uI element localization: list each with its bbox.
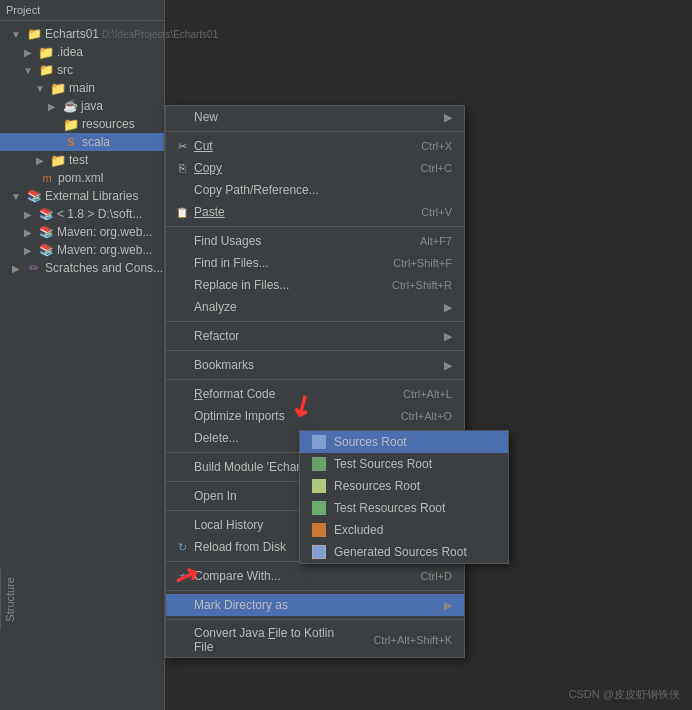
folder-icon: 📁 xyxy=(50,80,66,96)
shortcut: Ctrl+D xyxy=(421,570,452,582)
scala-icon: S xyxy=(63,134,79,150)
menu-separator xyxy=(166,321,464,322)
menu-label: Bookmarks xyxy=(194,358,254,372)
menu-label: Paste xyxy=(194,205,225,219)
tree-item-test[interactable]: ▶ 📁 test xyxy=(0,151,164,169)
project-icon: 📁 xyxy=(26,26,42,42)
menu-item-replace-files[interactable]: Replace in Files... Ctrl+Shift+R xyxy=(166,274,464,296)
menu-item-convert-kotlin[interactable]: Convert Java File to Kotlin File Ctrl+Al… xyxy=(166,623,464,657)
menu-label: New xyxy=(194,110,218,124)
menu-label: Reformat Code xyxy=(194,387,275,401)
tree-item-maven1[interactable]: ▶ 📚 Maven: org.web... xyxy=(0,223,164,241)
tree-label: scala xyxy=(82,135,110,149)
structure-tab[interactable]: Structure xyxy=(0,569,19,630)
collapse-arrow: ▶ xyxy=(20,206,36,222)
menu-label: Find Usages xyxy=(194,234,261,248)
menu-separator xyxy=(166,619,464,620)
spacer xyxy=(44,116,60,132)
menu-item-analyze[interactable]: Analyze ▶ xyxy=(166,296,464,318)
menu-item-reformat[interactable]: Reformat Code Ctrl+Alt+L xyxy=(166,383,464,405)
submenu-label: Excluded xyxy=(334,523,383,537)
tree-item-idea[interactable]: ▶ 📁 .idea xyxy=(0,43,164,61)
submenu-item-test-sources[interactable]: Test Sources Root xyxy=(300,453,508,475)
shortcut: Ctrl+X xyxy=(421,140,452,152)
menu-item-mark-directory[interactable]: Mark Directory as ▶ xyxy=(166,594,464,616)
shortcut: Ctrl+Shift+F xyxy=(393,257,452,269)
tree-item-resources[interactable]: 📁 resources xyxy=(0,115,164,133)
panel-title: Project xyxy=(6,4,40,16)
submenu-item-resources[interactable]: Resources Root xyxy=(300,475,508,497)
tree-label: Maven: org.web... xyxy=(57,243,152,257)
tree-item-java[interactable]: ▶ ☕ java xyxy=(0,97,164,115)
tree-item-echarts01[interactable]: ▼ 📁 Echarts01 D:\IdeaProjects\Echarts01 xyxy=(0,25,164,43)
tree-item-maven2[interactable]: ▶ 📚 Maven: org.web... xyxy=(0,241,164,259)
menu-item-refactor[interactable]: Refactor ▶ xyxy=(166,325,464,347)
tree-label: Echarts01 xyxy=(45,27,99,41)
spacer xyxy=(20,170,36,186)
menu-item-find-usages[interactable]: Find Usages Alt+F7 xyxy=(166,230,464,252)
tree-item-ext-libs[interactable]: ▼ 📚 External Libraries xyxy=(0,187,164,205)
panel-header: Project xyxy=(0,0,164,21)
folder-icon: 📁 xyxy=(38,44,54,60)
tree-label: main xyxy=(69,81,95,95)
tree-item-jdk[interactable]: ▶ 📚 < 1.8 > D:\soft... xyxy=(0,205,164,223)
menu-label: Copy xyxy=(194,161,222,175)
project-panel: Project ▼ 📁 Echarts01 D:\IdeaProjects\Ec… xyxy=(0,0,165,710)
menu-label: Find in Files... xyxy=(194,256,269,270)
collapse-arrow: ▶ xyxy=(20,224,36,240)
menu-item-new[interactable]: New ▶ xyxy=(166,106,464,128)
menu-label: Delete... xyxy=(194,431,239,445)
submenu-item-sources-root[interactable]: Sources Root xyxy=(300,431,508,453)
java-icon: ☕ xyxy=(62,98,78,114)
submenu-item-excluded[interactable]: Excluded xyxy=(300,519,508,541)
menu-label: Open In xyxy=(194,489,237,503)
folder-icon: 📁 xyxy=(63,116,79,132)
menu-label: Copy Path/Reference... xyxy=(194,183,319,197)
menu-item-find-files[interactable]: Find in Files... Ctrl+Shift+F xyxy=(166,252,464,274)
submenu-item-generated[interactable]: Generated Sources Root xyxy=(300,541,508,563)
menu-item-optimize[interactable]: Optimize Imports Ctrl+Alt+O xyxy=(166,405,464,427)
submenu-item-test-resources[interactable]: Test Resources Root xyxy=(300,497,508,519)
lib-icon: 📚 xyxy=(38,224,54,240)
lib-icon: 📚 xyxy=(26,188,42,204)
menu-label: Reload from Disk xyxy=(194,540,286,554)
menu-item-copy[interactable]: ⎘ Copy Ctrl+C xyxy=(166,157,464,179)
menu-item-compare[interactable]: ≠ Compare With... Ctrl+D xyxy=(166,565,464,587)
expand-arrow: ▼ xyxy=(20,62,36,78)
menu-separator xyxy=(166,379,464,380)
src-icon: 📁 xyxy=(38,62,54,78)
submenu-label: Sources Root xyxy=(334,435,407,449)
collapse-arrow: ▶ xyxy=(32,152,48,168)
collapse-arrow: ▶ xyxy=(8,260,24,276)
file-tree: ▼ 📁 Echarts01 D:\IdeaProjects\Echarts01 … xyxy=(0,21,164,281)
shortcut: Ctrl+Alt+Shift+K xyxy=(373,634,452,646)
shortcut: Ctrl+Shift+R xyxy=(392,279,452,291)
scratch-icon: ✏ xyxy=(26,260,42,276)
tree-item-main[interactable]: ▼ 📁 main xyxy=(0,79,164,97)
paste-icon: 📋 xyxy=(174,204,190,220)
shortcut: Alt+F7 xyxy=(420,235,452,247)
tree-label: java xyxy=(81,99,103,113)
submenu-arrow: ▶ xyxy=(444,301,452,314)
collapse-arrow: ▶ xyxy=(44,98,60,114)
lib-icon: 📚 xyxy=(38,206,54,222)
tree-item-src[interactable]: ▼ 📁 src xyxy=(0,61,164,79)
cut-icon: ✂ xyxy=(174,138,190,154)
menu-item-copy-path[interactable]: Copy Path/Reference... xyxy=(166,179,464,201)
tree-item-scratches[interactable]: ▶ ✏ Scratches and Cons... xyxy=(0,259,164,277)
compare-icon: ≠ xyxy=(174,568,190,584)
menu-item-cut[interactable]: ✂ Cut Ctrl+X xyxy=(166,135,464,157)
menu-item-paste[interactable]: 📋 Paste Ctrl+V xyxy=(166,201,464,223)
spacer xyxy=(44,134,60,150)
lib-icon: 📚 xyxy=(38,242,54,258)
tree-label: .idea xyxy=(57,45,83,59)
tree-label: test xyxy=(69,153,88,167)
copy-icon: ⎘ xyxy=(174,160,190,176)
tree-item-pom[interactable]: m pom.xml xyxy=(0,169,164,187)
menu-separator xyxy=(166,226,464,227)
tree-item-scala[interactable]: S scala xyxy=(0,133,164,151)
menu-label: Optimize Imports xyxy=(194,409,285,423)
menu-separator xyxy=(166,590,464,591)
menu-item-bookmarks[interactable]: Bookmarks ▶ xyxy=(166,354,464,376)
tree-label: src xyxy=(57,63,73,77)
